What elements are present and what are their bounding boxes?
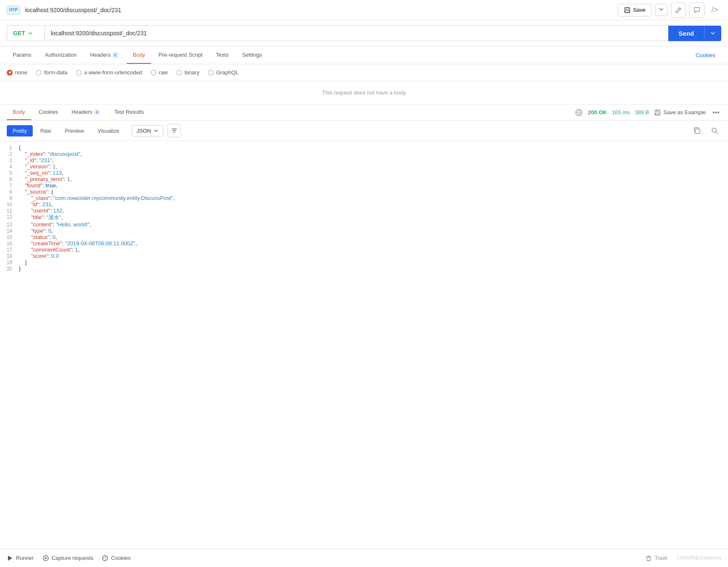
cookies-footer-button[interactable]: Cookies — [102, 555, 131, 562]
line-content: "type": 0, — [19, 228, 728, 234]
radio-none — [7, 70, 13, 76]
resp-tab-body[interactable]: Body — [7, 105, 31, 120]
svg-point-22 — [105, 557, 106, 558]
tab-params[interactable]: Params — [7, 47, 37, 64]
line-number: 14 — [0, 228, 19, 234]
edit-icon-button[interactable] — [671, 3, 686, 18]
capture-requests-button[interactable]: Capture requests — [42, 555, 94, 562]
tab-headers[interactable]: Headers6 — [84, 47, 125, 64]
tab-pre-request[interactable]: Pre-request Script — [153, 47, 209, 64]
copy-button[interactable] — [690, 124, 704, 137]
json-line: 4 "_version": 1, — [0, 163, 728, 170]
line-content: "score": 0.0 — [19, 253, 728, 259]
capture-icon — [42, 555, 49, 562]
svg-point-20 — [102, 556, 107, 561]
send-chevron-icon — [710, 31, 715, 36]
line-content: "title": "灌水", — [19, 214, 728, 221]
tab-tests[interactable]: Tests — [210, 47, 234, 64]
edit-icon — [675, 7, 682, 13]
search-button[interactable] — [708, 124, 721, 137]
save-dropdown-button[interactable] — [655, 4, 668, 16]
body-type-graphql[interactable]: GraphQL — [208, 69, 238, 76]
line-number: 17 — [0, 247, 19, 253]
line-number: 10 — [0, 201, 19, 207]
method-select[interactable]: GET — [7, 25, 45, 41]
json-line: 10 "id": 231, — [0, 201, 728, 207]
more-options-button[interactable]: ••• — [711, 109, 721, 116]
url-input[interactable] — [45, 25, 668, 41]
radio-binary — [176, 70, 182, 76]
viewer-tab-preview[interactable]: Preview — [59, 125, 90, 136]
line-number: 6 — [0, 176, 19, 182]
line-content: "_seq_no": 113, — [19, 170, 728, 176]
json-line: 3 "_id": "231", — [0, 157, 728, 163]
line-content: "status": 0, — [19, 234, 728, 240]
response-size: 389 B — [635, 109, 649, 116]
search-icon — [711, 127, 718, 134]
svg-point-19 — [45, 557, 47, 559]
tab-authorization[interactable]: Authorization — [39, 47, 83, 64]
line-content: "_source": { — [19, 189, 728, 195]
body-type-none[interactable]: none — [7, 69, 27, 76]
json-line: 14 "type": 0, — [0, 228, 728, 234]
comment-icon — [694, 7, 700, 13]
viewer-tabs-bar: Pretty Raw Preview Visualize JSON — [0, 121, 728, 141]
method-chevron-icon — [28, 31, 33, 36]
filter-icon — [171, 127, 178, 134]
app-icon: HTP — [7, 5, 20, 15]
response-meta: 200 OK 165 ms 389 B Save as Example ••• — [575, 108, 721, 117]
json-line: 11 "userId": 132, — [0, 207, 728, 214]
json-line: 2 "_index": "discusspost", — [0, 151, 728, 157]
line-content: "_primary_term": 1, — [19, 176, 728, 182]
tab-settings[interactable]: Settings — [236, 47, 268, 64]
line-number: 7 — [0, 182, 19, 189]
viewer-tab-visualize[interactable]: Visualize — [92, 125, 125, 136]
resp-tab-test-results[interactable]: Test Results — [108, 105, 150, 120]
trash-icon — [645, 555, 652, 562]
line-number: 8 — [0, 189, 19, 195]
line-content: { — [19, 144, 728, 151]
json-line: 7 "found": true, — [0, 182, 728, 189]
line-number: 18 — [0, 253, 19, 259]
svg-marker-17 — [8, 556, 12, 561]
resp-tab-cookies[interactable]: Cookies — [33, 105, 64, 120]
save-example-button[interactable]: Save as Example — [654, 109, 706, 116]
runner-button[interactable]: Runner — [7, 555, 34, 562]
json-line: 13 "content": "Hello, world!", — [0, 221, 728, 228]
send-button[interactable]: Send — [668, 26, 721, 41]
header-url: localhost:9200/discusspost/_doc/231 — [25, 7, 613, 13]
svg-point-15 — [712, 128, 716, 132]
radio-form-data — [36, 70, 42, 76]
line-number: 4 — [0, 163, 19, 170]
json-line: 15 "status": 0, — [0, 234, 728, 240]
request-bar: GET Send — [0, 20, 728, 47]
svg-rect-0 — [625, 8, 630, 13]
cookies-link[interactable]: Cookies — [690, 47, 721, 63]
line-content: "id": 231, — [19, 201, 728, 207]
json-line: 18 "score": 0.0 — [0, 253, 728, 259]
json-line: 16 "createTime": "2019-04-08T06:08:11.00… — [0, 240, 728, 247]
resp-tab-headers[interactable]: Headers4 — [66, 105, 107, 120]
format-select[interactable]: JSON — [132, 125, 163, 136]
body-type-raw[interactable]: raw — [151, 69, 168, 76]
header-bar: HTP localhost:9200/discusspost/_doc/231 … — [0, 0, 728, 20]
format-chevron-icon — [154, 128, 159, 133]
line-number: 3 — [0, 157, 19, 163]
json-line: 19 } — [0, 259, 728, 265]
body-type-urlencoded[interactable]: x-www-form-urlencoded — [76, 69, 142, 76]
line-content: "createTime": "2019-04-08T06:08:11.000Z"… — [19, 240, 728, 247]
svg-line-16 — [716, 132, 718, 134]
svg-point-21 — [103, 558, 104, 559]
body-type-form-data[interactable]: form-data — [36, 69, 68, 76]
tab-body[interactable]: Body — [127, 47, 151, 64]
save-button[interactable]: Save — [618, 4, 652, 16]
line-content: } — [19, 265, 728, 272]
line-number: 13 — [0, 221, 19, 228]
cookies-icon — [102, 555, 108, 562]
viewer-tab-raw[interactable]: Raw — [34, 125, 57, 136]
body-type-binary[interactable]: binary — [176, 69, 199, 76]
viewer-tab-pretty[interactable]: Pretty — [7, 125, 33, 136]
filter-button[interactable] — [168, 124, 181, 137]
chevron-down-icon — [659, 7, 664, 12]
comment-icon-button[interactable] — [689, 3, 704, 18]
